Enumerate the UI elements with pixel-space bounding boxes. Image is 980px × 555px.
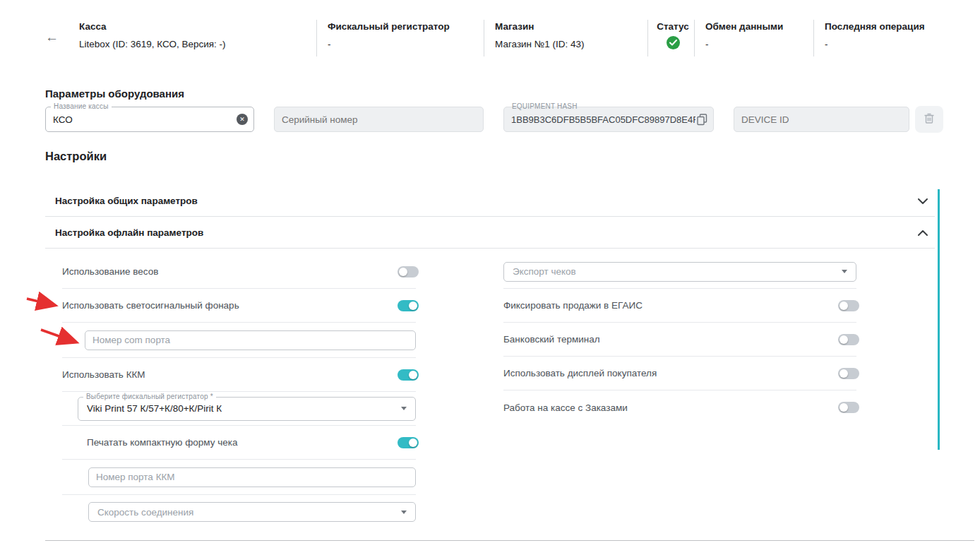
compact-receipt-label: Печатать компактную форму чека xyxy=(62,437,238,448)
kkm-port-input[interactable] xyxy=(88,467,416,487)
connection-speed-select[interactable]: Скорость соединения xyxy=(88,502,416,522)
offline-params-right-column: Экспорт чеков Фиксировать продажи в ЕГАИ… xyxy=(503,255,856,424)
status-ok-icon xyxy=(667,36,680,49)
exchange-value: - xyxy=(705,39,806,49)
shop-value: Магазин №1 (ID: 43) xyxy=(495,39,640,49)
last-operation-label: Последняя операция xyxy=(825,21,925,32)
serial-number-input[interactable] xyxy=(282,114,477,125)
shop-label: Магазин xyxy=(495,21,640,32)
clear-icon[interactable]: ✕ xyxy=(237,114,248,125)
copy-icon[interactable] xyxy=(697,114,707,126)
device-id-input[interactable] xyxy=(741,114,903,125)
toggle-knob xyxy=(399,268,407,276)
chevron-up-icon xyxy=(918,226,928,239)
kassa-label: Касса xyxy=(79,21,309,32)
toggle-knob xyxy=(839,369,848,378)
equipment-fields-row: Название кассы ✕ EQUIPMENT HASH 1BB9B3C6… xyxy=(45,107,943,133)
row-receipt-export: Экспорт чеков xyxy=(503,255,856,289)
egais-toggle[interactable] xyxy=(838,300,859,311)
device-id-field xyxy=(734,107,909,132)
receipt-export-select[interactable]: Экспорт чеков xyxy=(503,262,856,282)
row-com-port xyxy=(62,323,416,358)
accordion-general-title: Настройка общих параметров xyxy=(55,196,198,206)
toggle-knob xyxy=(409,371,417,379)
header-col-status: Статус xyxy=(647,20,694,56)
row-kkm-port xyxy=(62,460,416,495)
kassa-name-label: Название кассы xyxy=(51,102,112,110)
device-summary-header: Касса Litebox (ID: 3619, КСО, Версия: -)… xyxy=(79,20,980,56)
egais-label: Фиксировать продажи в ЕГАИС xyxy=(503,300,643,311)
kassa-name-input[interactable] xyxy=(53,114,237,125)
fiscal-registrar-select[interactable]: Выберите фискальный регистратор * Viki P… xyxy=(78,397,416,421)
row-use-signal-lamp: Использовать светосигнальный фонарь xyxy=(62,289,416,323)
equipment-hash-label: EQUIPMENT HASH xyxy=(509,102,580,110)
use-kkm-toggle[interactable] xyxy=(398,369,419,381)
accordion-offline-title: Настройка офлайн параметров xyxy=(55,227,203,238)
header-col-last-operation: Последняя операция - xyxy=(813,20,932,56)
kassa-name-field: Название кассы ✕ xyxy=(45,107,254,132)
bank-terminal-toggle[interactable] xyxy=(838,334,859,345)
bottom-divider xyxy=(45,540,974,541)
orders-mode-label: Работа на кассе с Заказами xyxy=(503,402,628,413)
exchange-label: Обмен данными xyxy=(705,21,806,32)
row-compact-receipt: Печатать компактную форму чека xyxy=(62,426,416,460)
settings-title: Настройки xyxy=(45,150,107,163)
delete-button[interactable] xyxy=(915,106,943,133)
kassa-value: Litebox (ID: 3619, КСО, Версия: -) xyxy=(79,39,309,49)
row-customer-display: Использовать дисплей покупателя xyxy=(503,357,856,390)
equipment-hash-value: 1BB9B3C6DFB5B5BFAC05DFC89897D8E4F2B0 xyxy=(511,114,695,125)
back-arrow-icon[interactable]: ← xyxy=(45,30,66,45)
header-col-kassa: Касса Litebox (ID: 3619, КСО, Версия: -) xyxy=(79,20,316,56)
row-connection-speed: Скорость соединения xyxy=(62,495,416,529)
header-col-shop: Магазин Магазин №1 (ID: 43) xyxy=(484,20,647,56)
toggle-knob xyxy=(409,302,417,310)
compact-receipt-toggle[interactable] xyxy=(398,437,419,448)
dropdown-arrow-icon xyxy=(842,270,847,273)
equipment-hash-field: EQUIPMENT HASH 1BB9B3C6DFB5B5BFAC05DFC89… xyxy=(503,107,714,132)
header-col-fiscal-registrar: Фискальный регистратор - xyxy=(316,20,484,56)
use-scales-toggle[interactable] xyxy=(398,266,419,278)
fiscal-registrar-select-label: Выберите фискальный регистратор * xyxy=(83,393,216,400)
last-operation-value: - xyxy=(825,39,925,49)
use-kkm-label: Использовать ККМ xyxy=(62,369,145,380)
header-col-exchange: Обмен данными - xyxy=(694,20,813,56)
toggle-knob xyxy=(839,335,848,344)
com-port-input[interactable] xyxy=(85,330,416,350)
offline-params-body: Использование весов Использовать светоси… xyxy=(45,249,935,529)
settings-accordion: Настройка общих параметров Настройка офл… xyxy=(45,185,935,529)
fiscal-registrar-label: Фискальный регистратор xyxy=(328,21,477,32)
row-egais: Фиксировать продажи в ЕГАИС xyxy=(503,289,856,323)
connection-speed-placeholder: Скорость соединения xyxy=(97,507,395,518)
accordion-general-params[interactable]: Настройка общих параметров xyxy=(45,185,935,217)
row-use-scales: Использование весов xyxy=(62,255,416,289)
customer-display-label: Использовать дисплей покупателя xyxy=(503,368,657,378)
cash-register-settings-page: ← Касса Litebox (ID: 3619, КСО, Версия: … xyxy=(0,0,980,555)
row-bank-terminal: Банковский терминал xyxy=(503,323,856,357)
serial-number-field xyxy=(274,107,484,132)
orders-mode-toggle[interactable] xyxy=(838,402,859,413)
fiscal-registrar-value: - xyxy=(328,39,477,49)
toggle-knob xyxy=(839,302,848,310)
customer-display-toggle[interactable] xyxy=(838,368,859,379)
offline-params-left-column: Использование весов Использовать светоси… xyxy=(62,255,416,529)
receipt-export-placeholder: Экспорт чеков xyxy=(513,266,836,277)
row-fiscal-registrar-select: Выберите фискальный регистратор * Viki P… xyxy=(62,392,416,426)
accordion-offline-params[interactable]: Настройка офлайн параметров xyxy=(45,217,935,249)
row-orders-mode: Работа на кассе с Заказами xyxy=(503,390,856,424)
use-signal-lamp-label: Использовать светосигнальный фонарь xyxy=(62,300,239,311)
equipment-params-title: Параметры оборудования xyxy=(45,88,184,100)
fiscal-registrar-select-value: Viki Print 57 К/57+К/80+К/Pirit К xyxy=(87,403,395,414)
bank-terminal-label: Банковский терминал xyxy=(503,334,600,345)
row-use-kkm: Использовать ККМ xyxy=(62,358,416,392)
toggle-knob xyxy=(839,403,848,412)
use-scales-label: Использование весов xyxy=(62,266,158,277)
dropdown-arrow-icon xyxy=(401,407,407,410)
chevron-down-icon xyxy=(918,194,928,207)
dropdown-arrow-icon xyxy=(401,511,407,514)
trash-icon xyxy=(924,112,935,126)
status-label: Статус xyxy=(657,21,689,32)
section-scroll-indicator xyxy=(938,189,940,450)
use-signal-lamp-toggle[interactable] xyxy=(398,300,419,311)
toggle-knob xyxy=(409,438,417,447)
